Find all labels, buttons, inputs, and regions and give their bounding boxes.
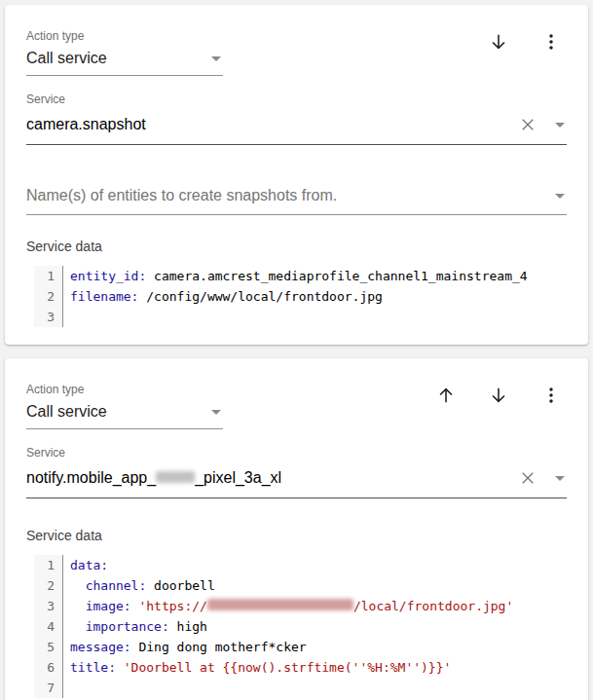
code-line: 2filename: /config/www/local/frontdoor.j… xyxy=(34,286,567,307)
code-token xyxy=(116,660,124,675)
action-card-2: Action type Call service xyxy=(5,358,588,700)
card-header: Action type Call service xyxy=(26,28,567,76)
overflow-menu-button[interactable] xyxy=(539,384,563,407)
code-token: camera.snapshot xyxy=(26,116,146,132)
chevron-down-icon[interactable] xyxy=(555,123,565,128)
line-number: 2 xyxy=(34,575,63,596)
card-actions xyxy=(487,28,567,54)
chevron-down-icon[interactable] xyxy=(555,476,565,481)
arrow-up-icon xyxy=(435,385,457,406)
code-line-content: entity_id: camera.amcrest_mediaprofile_c… xyxy=(63,266,528,286)
move-up-button[interactable] xyxy=(434,384,458,407)
action-card-1: Action type Call service Service camera.… xyxy=(5,5,588,345)
code-line: 1entity_id: camera.amcrest_mediaprofile_… xyxy=(34,266,567,286)
line-number: 4 xyxy=(34,616,63,637)
card-header: Action type Call service xyxy=(26,382,567,429)
service-label: Service xyxy=(26,92,567,107)
service-value: camera.snapshot xyxy=(26,115,516,134)
redacted-blur xyxy=(207,599,353,610)
code-line-content: filename: /config/www/local/frontdoor.jp… xyxy=(63,286,383,307)
code-line-content: importance: high xyxy=(63,616,207,637)
code-line-content: data: xyxy=(63,555,108,575)
arrow-down-icon xyxy=(488,385,509,406)
line-number: 7 xyxy=(34,678,63,698)
code-token: high xyxy=(169,619,207,634)
chevron-down-icon[interactable] xyxy=(211,410,221,415)
code-token: 'https:// xyxy=(138,599,206,613)
chevron-down-icon[interactable] xyxy=(555,194,565,199)
code-line: 1data: xyxy=(34,555,567,575)
code-token: 'Doorbell at {{now().strftime(''%H:%M'')… xyxy=(124,660,452,675)
code-line-content: message: Ding dong motherf*cker xyxy=(63,637,307,657)
vertical-dots-icon xyxy=(540,31,562,53)
line-number: 3 xyxy=(34,307,63,327)
service-data-editor[interactable]: 1data:2 channel: doorbell3 image: 'https… xyxy=(26,555,567,698)
code-line-content: channel: doorbell xyxy=(63,575,215,596)
code-line: 6title: 'Doorbell at {{now().strftime(''… xyxy=(34,657,567,678)
move-down-button[interactable] xyxy=(487,384,510,407)
arrow-down-icon xyxy=(488,31,509,53)
code-line: 3 xyxy=(34,307,567,327)
service-data-editor[interactable]: 1entity_id: camera.amcrest_mediaprofile_… xyxy=(26,266,567,327)
line-number: 3 xyxy=(34,596,63,616)
code-token: doorbell xyxy=(146,578,214,593)
card-actions xyxy=(434,382,567,407)
action-type-value: Call service xyxy=(26,49,107,68)
code-line: 7 xyxy=(34,678,567,698)
code-line-content: image: 'https:///local/frontdoor.jpg' xyxy=(63,596,513,616)
code-token: /config/www/local/frontdoor.jpg xyxy=(138,289,382,304)
code-token: data: xyxy=(70,558,108,572)
service-data-label: Service data xyxy=(26,528,567,543)
close-icon xyxy=(519,469,537,487)
service-label: Service xyxy=(26,445,567,461)
code-token: notify.mobile_app_ xyxy=(26,469,156,486)
code-line-content xyxy=(63,307,70,327)
chevron-down-icon[interactable] xyxy=(211,56,221,61)
code-token: importance: xyxy=(86,619,169,634)
action-type-value: Call service xyxy=(26,402,107,422)
service-field[interactable]: Service notify.mobile_app__pixel_3a_xl xyxy=(26,445,567,498)
code-token: filename: xyxy=(70,289,138,304)
action-type-select[interactable]: Action type Call service xyxy=(26,382,223,429)
code-token: image: xyxy=(86,599,131,613)
code-line-content xyxy=(63,678,70,698)
code-token: _pixel_3a_xl xyxy=(195,469,281,486)
redacted-blur xyxy=(156,471,195,483)
line-number: 1 xyxy=(34,555,63,575)
line-number: 2 xyxy=(34,286,63,307)
clear-button[interactable] xyxy=(516,466,539,490)
close-icon xyxy=(519,116,537,133)
code-line-content: title: 'Doorbell at {{now().strftime(''%… xyxy=(63,657,451,678)
service-field[interactable]: Service camera.snapshot xyxy=(26,92,567,145)
service-data-label: Service data xyxy=(26,239,567,254)
code-line: 5message: Ding dong motherf*cker xyxy=(34,637,567,657)
line-number: 1 xyxy=(34,266,63,286)
service-value: notify.mobile_app__pixel_3a_xl xyxy=(26,468,516,488)
code-token: message: xyxy=(70,640,131,654)
code-token: channel: xyxy=(86,578,147,593)
code-line: 2 channel: doorbell xyxy=(34,575,567,596)
action-type-label: Action type xyxy=(26,382,223,397)
code-line: 4 importance: high xyxy=(34,616,567,637)
code-token xyxy=(70,619,86,634)
action-type-label: Action type xyxy=(26,28,223,44)
code-token: /local/frontdoor.jpg' xyxy=(353,599,513,613)
action-type-select[interactable]: Action type Call service xyxy=(26,28,223,76)
line-number: 6 xyxy=(34,657,63,678)
code-token: Ding dong motherf*cker xyxy=(131,640,307,654)
code-token: camera.amcrest_mediaprofile_channel1_mai… xyxy=(146,269,527,283)
code-token: title: xyxy=(70,660,116,675)
vertical-dots-icon xyxy=(540,385,562,406)
entity-picker-input[interactable]: Name(s) of entities to create snapshots … xyxy=(26,180,567,215)
clear-button[interactable] xyxy=(516,113,539,136)
code-token xyxy=(70,599,86,613)
code-token xyxy=(70,578,86,593)
line-number: 5 xyxy=(34,637,63,657)
code-line: 3 image: 'https:///local/frontdoor.jpg' xyxy=(34,596,567,616)
entity-picker-placeholder: Name(s) of entities to create snapshots … xyxy=(26,186,337,205)
overflow-menu-button[interactable] xyxy=(539,30,563,54)
code-token: entity_id: xyxy=(70,269,146,283)
move-down-button[interactable] xyxy=(487,30,510,54)
